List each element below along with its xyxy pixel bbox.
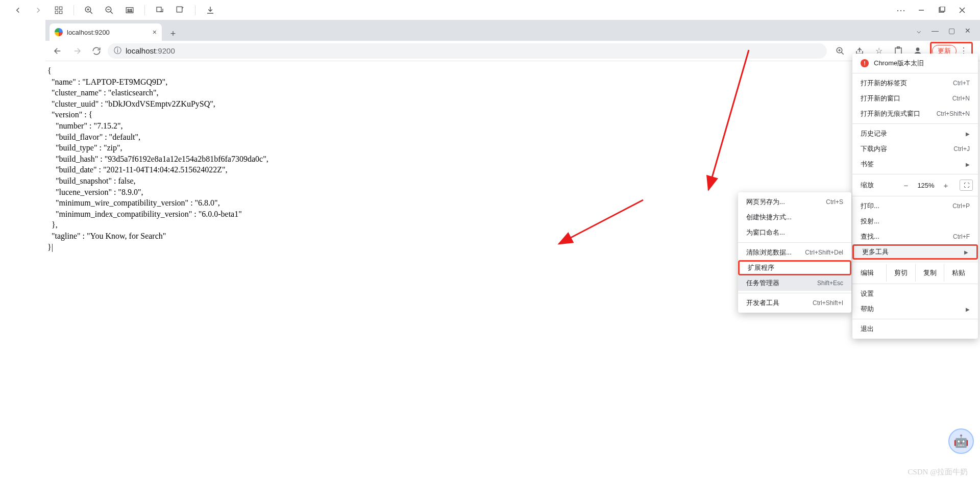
menu-bookmarks[interactable]: 书签▶ bbox=[852, 157, 978, 172]
site-info-icon[interactable]: ⓘ bbox=[114, 46, 121, 56]
close-icon[interactable] bbox=[957, 5, 968, 16]
menu-incognito[interactable]: 打开新的无痕式窗口Ctrl+Shift+N bbox=[852, 106, 978, 121]
watermark-text: CSDN @拉面牛奶 bbox=[908, 467, 968, 477]
svg-rect-8 bbox=[157, 7, 161, 12]
chrome-menu: ! Chrome版本太旧 打开新的标签页Ctrl+T 打开新的窗口Ctrl+N … bbox=[852, 54, 978, 339]
submenu-extensions[interactable]: 扩展程序 bbox=[738, 260, 851, 275]
viewer-toolbar: 1:1 ⋯ bbox=[0, 0, 980, 20]
svg-text:1:1: 1:1 bbox=[128, 9, 133, 12]
edit-copy[interactable]: 复制 bbox=[915, 264, 944, 282]
submenu-dev-tools[interactable]: 开发者工具Ctrl+Shift+I bbox=[738, 295, 851, 311]
menu-chrome-outdated[interactable]: ! Chrome版本太旧 bbox=[852, 56, 978, 71]
tab-strip: localhost:9200 × + ⌵ — ▢ ✕ bbox=[45, 20, 980, 41]
zoom-in-icon[interactable] bbox=[83, 5, 94, 16]
menu-more-tools[interactable]: 更多工具▶ bbox=[852, 244, 978, 260]
menu-new-window[interactable]: 打开新的窗口Ctrl+N bbox=[852, 91, 978, 106]
tab-title: localhost:9200 bbox=[67, 29, 110, 36]
menu-find[interactable]: 查找...Ctrl+F bbox=[852, 229, 978, 244]
menu-zoom: 缩放 − 125% + ⛶ bbox=[852, 176, 978, 194]
menu-cast[interactable]: 投射... bbox=[852, 214, 978, 229]
tab-close-icon[interactable]: × bbox=[153, 28, 157, 36]
svg-rect-0 bbox=[55, 7, 58, 9]
edit-icon[interactable] bbox=[175, 5, 186, 16]
url-port: :9200 bbox=[156, 46, 175, 55]
warning-icon: ! bbox=[861, 59, 869, 67]
svg-point-15 bbox=[916, 47, 920, 51]
rotate-icon[interactable] bbox=[154, 5, 165, 16]
forward-icon[interactable] bbox=[33, 5, 44, 16]
svg-rect-1 bbox=[60, 7, 62, 9]
edit-paste[interactable]: 粘贴 bbox=[944, 264, 973, 282]
svg-rect-11 bbox=[940, 7, 945, 11]
menu-exit[interactable]: 退出 bbox=[852, 321, 978, 337]
menu-downloads[interactable]: 下载内容Ctrl+J bbox=[852, 141, 978, 157]
menu-help[interactable]: 帮助▶ bbox=[852, 301, 978, 317]
nav-forward-icon[interactable] bbox=[69, 43, 85, 59]
submenu-task-manager[interactable]: 任务管理器Shift+Esc bbox=[738, 275, 851, 291]
minimize-icon[interactable] bbox=[916, 5, 927, 16]
menu-settings[interactable]: 设置 bbox=[852, 286, 978, 301]
maximize-icon[interactable] bbox=[936, 5, 947, 16]
fullscreen-button[interactable]: ⛶ bbox=[960, 180, 973, 191]
zoom-out-button[interactable]: − bbox=[899, 180, 913, 191]
browser-tab[interactable]: localhost:9200 × bbox=[50, 23, 162, 41]
zoom-out-icon[interactable] bbox=[104, 5, 115, 16]
window-close-icon[interactable]: ✕ bbox=[964, 27, 972, 35]
url-input[interactable]: ⓘ localhost:9200 bbox=[108, 43, 827, 59]
window-minimize-icon[interactable]: — bbox=[931, 27, 939, 35]
download-icon[interactable] bbox=[205, 5, 216, 16]
svg-rect-9 bbox=[177, 7, 182, 12]
menu-new-tab[interactable]: 打开新的标签页Ctrl+T bbox=[852, 75, 978, 91]
svg-rect-3 bbox=[60, 11, 62, 14]
back-icon[interactable] bbox=[12, 5, 23, 16]
menu-history[interactable]: 历史记录▶ bbox=[852, 126, 978, 141]
zoom-icon[interactable] bbox=[833, 44, 847, 58]
reload-icon[interactable] bbox=[88, 43, 105, 59]
zoom-in-button[interactable]: + bbox=[939, 180, 952, 191]
menu-print[interactable]: 打印...Ctrl+P bbox=[852, 198, 978, 214]
svg-rect-2 bbox=[55, 11, 58, 14]
tabs-dropdown-icon[interactable]: ⌵ bbox=[915, 27, 923, 35]
submenu-clear-data[interactable]: 清除浏览数据...Ctrl+Shift+Del bbox=[738, 245, 851, 260]
new-tab-button[interactable]: + bbox=[166, 27, 180, 41]
submenu-save-as[interactable]: 网页另存为...Ctrl+S bbox=[738, 194, 851, 210]
address-bar: ⓘ localhost:9200 ☆ 更新 ⋮ bbox=[45, 41, 980, 61]
fit-icon[interactable]: 1:1 bbox=[124, 5, 135, 16]
svg-rect-13 bbox=[895, 48, 901, 54]
favicon-icon bbox=[55, 28, 63, 36]
menu-edit: 编辑 剪切 复制 粘贴 bbox=[852, 264, 978, 282]
zoom-value: 125% bbox=[917, 182, 935, 189]
grid-icon[interactable] bbox=[53, 5, 64, 16]
more-icon[interactable]: ⋯ bbox=[895, 5, 906, 16]
url-host: localhost bbox=[126, 46, 156, 55]
more-tools-submenu: 网页另存为...Ctrl+S 创建快捷方式... 为窗口命名... 清除浏览数据… bbox=[738, 192, 851, 313]
window-maximize-icon[interactable]: ▢ bbox=[947, 27, 955, 35]
edit-cut[interactable]: 剪切 bbox=[886, 264, 915, 282]
assistant-avatar[interactable]: 🤖 bbox=[948, 428, 974, 454]
submenu-name-window[interactable]: 为窗口命名... bbox=[738, 225, 851, 240]
submenu-create-shortcut[interactable]: 创建快捷方式... bbox=[738, 210, 851, 225]
nav-back-icon[interactable] bbox=[50, 43, 66, 59]
